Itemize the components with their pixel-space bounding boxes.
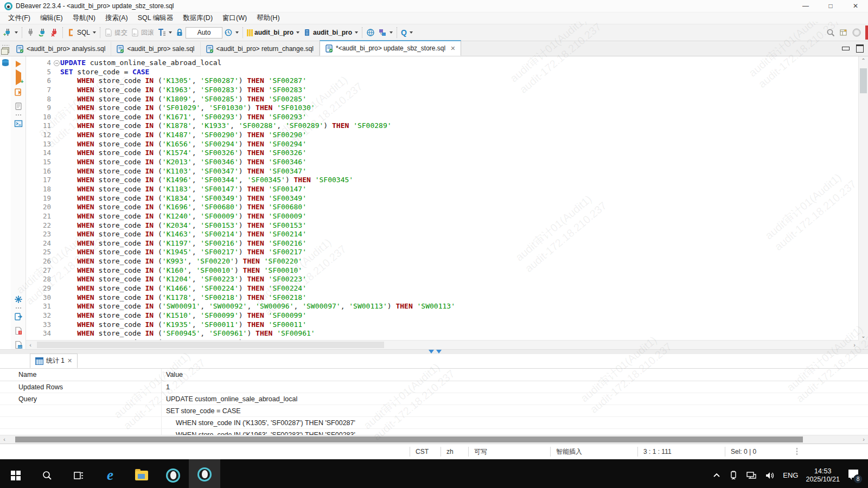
- code-line[interactable]: 8 WHEN store_code IN ('K1809', 'SF00285'…: [26, 95, 859, 104]
- code-line[interactable]: 19 WHEN store_code IN ('K1834', 'SF00349…: [26, 194, 859, 203]
- panel-sash[interactable]: [0, 349, 868, 354]
- drag-handle-icon[interactable]: [2, 44, 9, 46]
- dbeaver-active-window-button[interactable]: [189, 459, 220, 488]
- execute-statement-button[interactable]: [16, 61, 21, 67]
- code-line[interactable]: 22 WHEN store_code IN ('K2034', 'SF00153…: [26, 221, 859, 230]
- usb-device-icon[interactable]: [729, 471, 738, 480]
- stats-scroll-thumb[interactable]: [15, 436, 803, 442]
- maximize-editor-icon[interactable]: [856, 44, 864, 53]
- code-line[interactable]: 10 WHEN store_code IN ('K1671', 'SF00293…: [26, 113, 859, 122]
- terminal-button[interactable]: [14, 119, 23, 128]
- lock-button[interactable]: [174, 27, 186, 38]
- internet-explorer-button[interactable]: e: [94, 459, 126, 488]
- variables-doc-button[interactable]: (x): [14, 341, 23, 349]
- language-indicator[interactable]: ENG: [783, 471, 798, 479]
- stats-horizontal-scrollbar[interactable]: ‹ ›: [0, 435, 868, 444]
- code-line[interactable]: 9 WHEN store_code IN ('SF01029', 'SF0103…: [26, 104, 859, 113]
- sql-editor-button[interactable]: SQL: [65, 27, 98, 38]
- network-icon[interactable]: [746, 471, 757, 480]
- scroll-right-arrow[interactable]: ›: [850, 341, 859, 349]
- status-segment[interactable]: 智能插入: [550, 447, 637, 457]
- code-line[interactable]: 18 WHEN store_code IN ('K1183', 'SF00147…: [26, 185, 859, 194]
- status-segment[interactable]: 3 : 1 : 111: [637, 447, 725, 457]
- menu-item[interactable]: 搜索(A): [100, 12, 133, 24]
- code-line[interactable]: 24 WHEN store_code IN ('K1197', 'SF00216…: [26, 239, 859, 248]
- tab-statistics[interactable]: 统计 1 ✕: [30, 354, 78, 368]
- statusbar-grip[interactable]: [796, 447, 798, 456]
- schema-selector[interactable]: audit_bi_pro: [301, 27, 360, 38]
- horizontal-scrollbar[interactable]: ‹ ›: [26, 340, 859, 349]
- code-line[interactable]: 16 WHEN store_code IN ('K1103', 'SF00347…: [26, 167, 859, 176]
- code-line[interactable]: 34 WHEN store_code IN ('SF00945', 'SF009…: [26, 329, 859, 338]
- open-perspective-icon[interactable]: +: [839, 28, 848, 37]
- execute-new-tab-button[interactable]: +: [16, 73, 21, 82]
- disconnect-button[interactable]: [48, 27, 60, 38]
- menu-item[interactable]: 帮助(H): [252, 12, 284, 24]
- table-row[interactable]: SET store_code = CASE: [0, 405, 868, 417]
- menu-item[interactable]: 窗口(W): [218, 12, 252, 24]
- code-line[interactable]: 4UPDATE custom_online_sale_abroad_local: [26, 59, 859, 68]
- status-segment[interactable]: 可写: [468, 447, 550, 457]
- tray-chevron-icon[interactable]: [712, 471, 721, 480]
- execute-script-button[interactable]: [14, 88, 23, 97]
- table-row[interactable]: WHEN store_code IN ('K1305', 'SF00287') …: [0, 417, 868, 429]
- code-line[interactable]: 12 WHEN store_code IN ('K1487', 'SF00290…: [26, 131, 859, 140]
- start-button[interactable]: [0, 459, 31, 488]
- code-line[interactable]: 27 WHEN store_code IN ('K160', 'SF00010'…: [26, 266, 859, 275]
- transaction-log-button[interactable]: [156, 27, 174, 38]
- script-preview-button[interactable]: [14, 102, 23, 111]
- sql-code-area[interactable]: 4UPDATE custom_online_sale_abroad_local5…: [26, 56, 868, 349]
- code-line[interactable]: 7 WHEN store_code IN ('K1963', 'SF00283'…: [26, 86, 859, 95]
- code-line[interactable]: 29 WHEN store_code IN ('K1466', 'SF00224…: [26, 284, 859, 293]
- scroll-up-arrow[interactable]: ⌃: [859, 57, 868, 65]
- code-line[interactable]: 32 WHEN store_code IN ('K1510', 'SF00099…: [26, 311, 859, 320]
- table-row[interactable]: Updated Rows1: [0, 381, 868, 393]
- sql-search-button[interactable]: Q: [399, 27, 414, 38]
- settings-gear-icon[interactable]: [14, 295, 23, 304]
- menu-item[interactable]: 导航(N): [68, 12, 100, 24]
- code-line[interactable]: 15 WHEN store_code IN ('K2013', 'SF00346…: [26, 158, 859, 167]
- history-button[interactable]: [222, 27, 240, 38]
- scroll-right-arrow[interactable]: ›: [859, 435, 868, 444]
- task-view-button[interactable]: [63, 459, 94, 488]
- code-line[interactable]: 6 WHEN store_code IN ('K1305', 'SF00287'…: [26, 76, 859, 86]
- maximize-button[interactable]: □: [818, 0, 843, 12]
- perspective-icon[interactable]: [852, 28, 861, 37]
- menu-item[interactable]: 数据库(D): [178, 12, 218, 24]
- scroll-down-arrow[interactable]: ⌄: [859, 332, 868, 340]
- search-icon[interactable]: [826, 28, 835, 37]
- code-line[interactable]: 20 WHEN store_code IN ('K1696', 'SF00680…: [26, 203, 859, 212]
- commit-button[interactable]: 提交: [103, 27, 129, 38]
- connect-button[interactable]: [24, 27, 36, 38]
- column-header-value[interactable]: Value: [162, 371, 183, 378]
- code-line[interactable]: 11 WHEN store_code IN ('K1878', 'K1933',…: [26, 121, 859, 131]
- close-button[interactable]: ✕: [843, 0, 868, 12]
- sash-collapse-control[interactable]: [429, 350, 442, 354]
- code-line[interactable]: 14 WHEN store_code IN ('K1574', 'SF00326…: [26, 149, 859, 158]
- globe-button[interactable]: [365, 27, 376, 38]
- taskbar-search-button[interactable]: [31, 459, 63, 488]
- code-line[interactable]: 5SET store_code = CASE: [26, 68, 859, 77]
- code-line[interactable]: 21 WHEN store_code IN ('K1240', 'SF00009…: [26, 212, 859, 221]
- editor-tab[interactable]: <audit_bi_pro> analysis.sql: [11, 42, 111, 56]
- scroll-left-arrow[interactable]: ‹: [26, 341, 35, 349]
- code-line[interactable]: 23 WHEN store_code IN ('K1463', 'SF00214…: [26, 230, 859, 239]
- status-segment[interactable]: Sel: 0 | 0: [725, 447, 788, 457]
- menu-item[interactable]: SQL 编辑器: [133, 12, 178, 24]
- status-segment[interactable]: CST: [410, 447, 441, 457]
- menu-item[interactable]: 编辑(E): [35, 12, 68, 24]
- restore-panel-icon[interactable]: [2, 47, 9, 53]
- code-line[interactable]: 31 WHEN store_code IN ('SW00091', 'SW000…: [26, 302, 859, 311]
- fold-collapse-icon[interactable]: [54, 60, 60, 66]
- error-doc-button[interactable]: !: [14, 326, 23, 335]
- vertical-scroll-thumb[interactable]: [860, 68, 867, 93]
- clock[interactable]: 14:53 2025/10/21: [806, 467, 840, 484]
- minimize-editor-icon[interactable]: [842, 47, 850, 50]
- code-line[interactable]: 13 WHEN store_code IN ('K1656', 'SF00294…: [26, 140, 859, 149]
- export-result-button[interactable]: [14, 312, 23, 321]
- close-icon[interactable]: ✕: [450, 45, 455, 52]
- menu-item[interactable]: 文件(F): [3, 12, 35, 24]
- connection-selector[interactable]: audit_bi_pro: [245, 28, 301, 37]
- action-center-button[interactable]: 8: [847, 470, 860, 481]
- code-line[interactable]: 26 WHEN store_code IN ('K993', 'SF00220'…: [26, 257, 859, 266]
